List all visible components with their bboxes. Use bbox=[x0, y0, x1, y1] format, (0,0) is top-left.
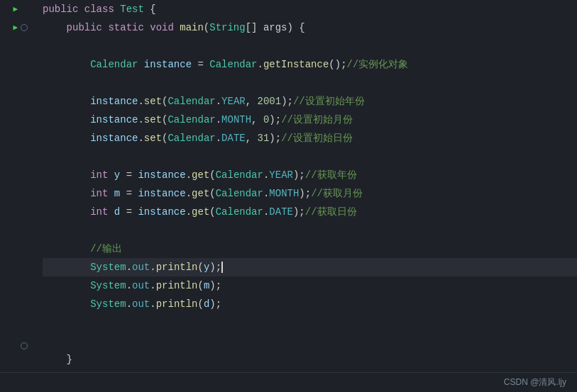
token-variable: instance bbox=[144, 55, 192, 74]
token-number: 31 bbox=[258, 129, 270, 147]
token-method: main bbox=[180, 18, 204, 37]
token-class-name: Calendar bbox=[209, 55, 257, 74]
token-kw-int: int bbox=[90, 166, 114, 184]
token-method: get bbox=[192, 166, 209, 184]
watermark: CSDN @清风.ljy bbox=[504, 376, 566, 388]
gutter-row bbox=[9, 37, 32, 55]
code-line: System.out.println(m); bbox=[43, 276, 577, 295]
code-line: instance.set(Calendar.MONTH, 0);//设置初始月份 bbox=[43, 111, 577, 129]
token-variable: m bbox=[114, 184, 120, 203]
gutter-row bbox=[9, 142, 32, 160]
token-plain: . bbox=[126, 258, 132, 276]
code-line bbox=[43, 37, 577, 55]
gutter-row bbox=[9, 231, 32, 249]
token-comment: //输出 bbox=[90, 240, 122, 258]
gutter-row bbox=[9, 125, 32, 142]
token-number: 0 bbox=[263, 111, 269, 129]
breakpoint-dot[interactable] bbox=[21, 24, 28, 31]
code-content[interactable]: public class Test { public static void m… bbox=[35, 0, 577, 372]
gutter-row bbox=[9, 160, 32, 178]
code-line: instance.set(Calendar.DATE, 31);//设置初始日份 bbox=[43, 129, 577, 147]
token-variable: d bbox=[114, 203, 120, 221]
token-plain: . bbox=[216, 92, 221, 111]
token-plain: . bbox=[150, 258, 155, 276]
gutter-row bbox=[9, 196, 32, 213]
token-variable: d bbox=[204, 295, 209, 313]
token-plain: . bbox=[216, 129, 221, 147]
token-plain: { bbox=[144, 0, 156, 18]
token-method: println bbox=[156, 258, 198, 276]
token-plain: ); bbox=[209, 276, 221, 295]
token-plain: = bbox=[120, 184, 138, 203]
token-kw-int: int bbox=[90, 203, 114, 221]
token-plain: . bbox=[186, 203, 192, 221]
token-plain: ); bbox=[293, 203, 305, 221]
token-plain: , bbox=[251, 111, 263, 129]
token-class-name: Calendar bbox=[167, 129, 215, 147]
token-plain: = bbox=[192, 55, 209, 74]
token-field: YEAR bbox=[221, 92, 246, 111]
token-class-name: System bbox=[90, 276, 126, 295]
token-method: get bbox=[192, 184, 209, 203]
token-method: set bbox=[144, 111, 162, 129]
token-kw-void: void bbox=[150, 18, 180, 37]
token-plain: . bbox=[138, 129, 143, 147]
token-class-name: Calendar bbox=[167, 92, 215, 111]
token-variable: instance bbox=[138, 184, 185, 203]
token-plain: ); bbox=[269, 129, 281, 147]
token-kw-class: class bbox=[84, 0, 120, 18]
code-line: int y = instance.get(Calendar.YEAR);//获取… bbox=[43, 166, 577, 184]
gutter-row bbox=[9, 354, 32, 372]
code-line: Calendar instance = Calendar.getInstance… bbox=[43, 55, 577, 74]
breakpoint-dot[interactable] bbox=[21, 342, 28, 349]
token-comment: //设置初始月份 bbox=[281, 111, 353, 129]
token-plain: ( bbox=[197, 276, 203, 295]
token-class-name: Calendar bbox=[90, 55, 138, 74]
token-method: println bbox=[156, 295, 198, 313]
token-plain: } bbox=[43, 369, 48, 372]
code-line bbox=[43, 74, 577, 92]
token-plain: ( bbox=[162, 92, 167, 111]
token-plain: ); bbox=[269, 111, 281, 129]
token-plain: ); bbox=[209, 258, 221, 276]
run-icon[interactable]: ▶ bbox=[13, 18, 18, 37]
text-cursor bbox=[221, 262, 223, 273]
token-plain: . bbox=[258, 55, 263, 74]
token-plain: ( bbox=[209, 203, 215, 221]
token-plain: . bbox=[150, 276, 155, 295]
token-field: out bbox=[132, 258, 150, 276]
token-comment: //获取日份 bbox=[305, 203, 357, 221]
token-param-type: String bbox=[209, 18, 245, 37]
token-plain: } bbox=[67, 350, 72, 369]
code-line bbox=[43, 147, 577, 166]
code-line: instance.set(Calendar.YEAR, 2001);//设置初始… bbox=[43, 92, 577, 111]
gutter-row bbox=[9, 284, 32, 301]
token-plain: = bbox=[120, 203, 138, 221]
token-comment: //设置初始日份 bbox=[281, 129, 353, 147]
token-plain: . bbox=[138, 92, 143, 111]
code-area: ▶▶ public class Test { public static voi… bbox=[0, 0, 577, 372]
token-plain: ( bbox=[197, 258, 203, 276]
token-plain: [] args) { bbox=[246, 18, 305, 37]
token-method: getInstance bbox=[263, 55, 329, 74]
run-icon[interactable]: ▶ bbox=[13, 0, 18, 18]
code-line: int m = instance.get(Calendar.MONTH);//获… bbox=[43, 184, 577, 203]
code-line: int d = instance.get(Calendar.DATE);//获取… bbox=[43, 203, 577, 221]
token-plain: ); bbox=[299, 184, 311, 203]
token-comment: //获取月份 bbox=[311, 184, 363, 203]
code-line: System.out.println(y); bbox=[43, 258, 577, 276]
token-comment: //实例化对象 bbox=[347, 55, 409, 74]
token-plain: . bbox=[150, 295, 155, 313]
token-variable: y bbox=[204, 258, 209, 276]
token-class-name: Calendar bbox=[216, 184, 263, 203]
token-method: set bbox=[144, 129, 162, 147]
token-plain: ); bbox=[293, 166, 305, 184]
token-kw-int: int bbox=[90, 184, 114, 203]
token-plain: . bbox=[126, 295, 132, 313]
gutter-row bbox=[9, 108, 32, 125]
code-line bbox=[43, 313, 577, 332]
token-method: println bbox=[156, 276, 198, 295]
token-variable: instance bbox=[90, 129, 138, 147]
gutter-row bbox=[9, 213, 32, 231]
gutter-row bbox=[9, 267, 32, 284]
